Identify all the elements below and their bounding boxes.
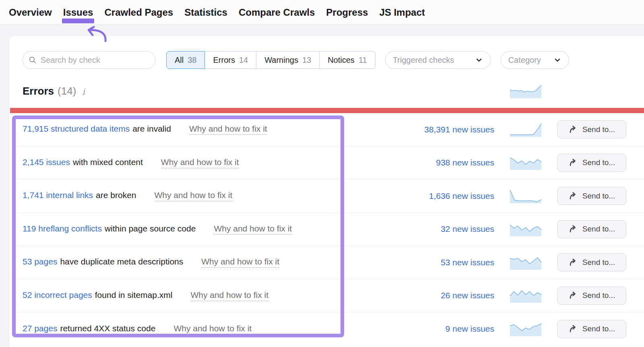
- why-how-to-fix-link[interactable]: Why and how to fix it: [214, 224, 292, 235]
- filter-label: Errors: [213, 56, 235, 65]
- filter-label: All: [175, 56, 184, 65]
- send-to-button[interactable]: Send to...: [557, 220, 626, 238]
- send-to-button[interactable]: Send to...: [557, 187, 626, 205]
- new-issues-link[interactable]: 38,391 new issues: [424, 125, 494, 134]
- trend-sparkline: [510, 188, 542, 204]
- search-input[interactable]: [41, 56, 149, 65]
- errors-severity-bar: [10, 108, 644, 113]
- issue-text: are invalid: [132, 124, 171, 134]
- issue-link[interactable]: 119 hreflang conflicts: [23, 224, 102, 233]
- send-to-button[interactable]: Send to...: [557, 154, 626, 172]
- trend-sparkline: [510, 155, 542, 170]
- issue-text: found in sitemap.xml: [95, 290, 173, 300]
- issue-row: 2,145 issues with mixed content Why and …: [10, 147, 644, 180]
- dropdown-label: Category: [508, 56, 541, 65]
- send-to-label: Send to...: [582, 324, 615, 333]
- issue-link[interactable]: 2,145 issues: [23, 157, 70, 167]
- chevron-down-icon: [553, 56, 561, 64]
- triggered-checks-dropdown[interactable]: Triggered checks: [385, 51, 491, 69]
- search-icon: [29, 56, 37, 64]
- issue-link[interactable]: 52 incorrect pages: [23, 290, 92, 300]
- filter-notices[interactable]: Notices 11: [320, 51, 375, 69]
- issue-text: are broken: [96, 190, 136, 200]
- why-how-to-fix-link[interactable]: Why and how to fix it: [190, 290, 268, 301]
- send-to-label: Send to...: [582, 192, 615, 200]
- new-issues-link[interactable]: 53 new issues: [441, 258, 494, 267]
- send-to-button[interactable]: Send to...: [557, 287, 626, 305]
- tab-overview[interactable]: Overview: [9, 7, 52, 18]
- forward-arrow-icon: [568, 324, 578, 334]
- issue-link[interactable]: 53 pages: [23, 257, 57, 266]
- new-issues-link[interactable]: 32 new issues: [441, 224, 494, 233]
- issue-row: 53 pages have duplicate meta description…: [10, 246, 644, 279]
- tab-progress[interactable]: Progress: [326, 7, 368, 18]
- filter-toolbar: All 38 Errors 14 Warnings 13 Notices 11 …: [23, 51, 636, 69]
- forward-arrow-icon: [568, 125, 578, 134]
- issue-text: have duplicate meta descriptions: [60, 257, 183, 266]
- top-nav: Overview Issues Crawled Pages Statistics…: [0, 0, 644, 25]
- new-issues-link[interactable]: 9 new issues: [446, 324, 494, 333]
- send-to-button[interactable]: Send to...: [557, 120, 626, 138]
- issue-link[interactable]: 71,915 structured data items: [23, 124, 130, 134]
- send-to-button[interactable]: Send to...: [557, 253, 626, 271]
- send-to-label: Send to...: [582, 125, 615, 134]
- new-issues-link[interactable]: 938 new issues: [436, 158, 494, 167]
- issue-row: 52 incorrect pages found in sitemap.xml …: [10, 279, 644, 313]
- trend-sparkline: [510, 122, 542, 137]
- filter-count: 13: [302, 56, 311, 65]
- send-to-label: Send to...: [582, 291, 615, 300]
- filter-errors[interactable]: Errors 14: [205, 51, 256, 69]
- issue-row: 27 pages returned 4XX status code Why an…: [10, 312, 644, 346]
- why-how-to-fix-link[interactable]: Why and how to fix it: [155, 190, 233, 201]
- issue-row: 119 hreflang conflicts within page sourc…: [10, 213, 644, 246]
- category-dropdown[interactable]: Category: [501, 51, 569, 69]
- errors-trend-sparkline: [510, 83, 542, 99]
- issue-row: 71,915 structured data items are invalid…: [10, 113, 644, 147]
- new-issues-link[interactable]: 26 new issues: [441, 291, 494, 300]
- issues-table: 71,915 structured data items are invalid…: [10, 113, 644, 346]
- issue-row: 1,741 internal links are broken Why and …: [10, 180, 644, 213]
- new-issues-link[interactable]: 1,636 new issues: [429, 191, 494, 200]
- filter-label: Notices: [328, 56, 355, 65]
- tab-js-impact[interactable]: JS Impact: [379, 7, 425, 18]
- issue-link[interactable]: 1,741 internal links: [23, 190, 93, 200]
- why-how-to-fix-link[interactable]: Why and how to fix it: [161, 157, 239, 168]
- section-title: Errors: [23, 85, 54, 97]
- filter-count: 14: [239, 56, 248, 65]
- filter-all[interactable]: All 38: [166, 51, 205, 69]
- section-count: (14): [58, 85, 76, 97]
- forward-arrow-icon: [568, 158, 578, 167]
- trend-sparkline: [510, 288, 542, 303]
- search-by-check: [23, 51, 155, 69]
- trend-sparkline: [510, 321, 542, 337]
- trend-sparkline: [510, 255, 542, 270]
- severity-filter-group: All 38 Errors 14 Warnings 13 Notices 11: [167, 51, 376, 69]
- info-icon[interactable]: i: [82, 87, 85, 97]
- chevron-down-icon: [475, 56, 483, 64]
- trend-sparkline: [510, 221, 542, 237]
- forward-arrow-icon: [568, 224, 578, 234]
- tab-statistics[interactable]: Statistics: [184, 7, 227, 18]
- forward-arrow-icon: [568, 258, 578, 267]
- send-to-label: Send to...: [582, 225, 615, 233]
- dropdown-label: Triggered checks: [393, 56, 454, 65]
- filter-count: 38: [188, 56, 196, 65]
- send-to-button[interactable]: Send to...: [557, 320, 626, 338]
- issue-text: with mixed content: [73, 157, 143, 167]
- tab-issues[interactable]: Issues: [63, 7, 93, 18]
- issue-link[interactable]: 27 pages: [23, 324, 57, 333]
- filter-count: 11: [359, 56, 367, 65]
- tab-crawled-pages[interactable]: Crawled Pages: [104, 7, 173, 18]
- tab-compare-crawls[interactable]: Compare Crawls: [239, 7, 315, 18]
- forward-arrow-icon: [568, 291, 578, 300]
- why-how-to-fix-link[interactable]: Why and how to fix it: [201, 257, 279, 268]
- issues-panel: All 38 Errors 14 Warnings 13 Notices 11 …: [9, 35, 644, 347]
- send-to-label: Send to...: [582, 158, 615, 167]
- why-how-to-fix-link[interactable]: Why and how to fix it: [173, 324, 252, 335]
- errors-section-header: Errors (14) i: [23, 85, 85, 97]
- issue-text: within page source code: [105, 224, 196, 233]
- filter-label: Warnings: [264, 56, 298, 65]
- why-how-to-fix-link[interactable]: Why and how to fix it: [189, 124, 267, 135]
- forward-arrow-icon: [568, 191, 578, 201]
- filter-warnings[interactable]: Warnings 13: [256, 51, 320, 69]
